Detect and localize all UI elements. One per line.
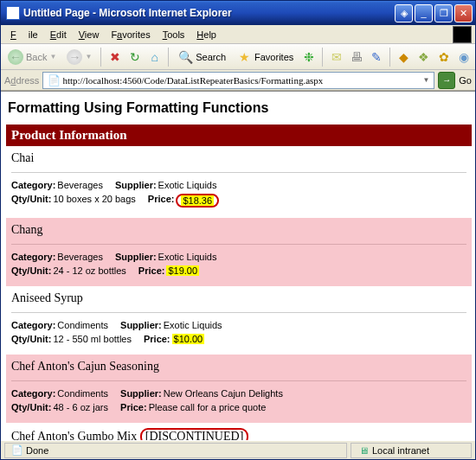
help-button[interactable]: ◈ bbox=[395, 4, 413, 22]
product-name: Aniseed Syrup bbox=[11, 291, 83, 304]
price-value: $19.00 bbox=[166, 265, 199, 276]
titlebar: Untitled Page - Microsoft Internet Explo… bbox=[1, 1, 475, 25]
category-value: Condiments bbox=[57, 388, 108, 399]
chevron-down-icon: ▼ bbox=[49, 53, 56, 61]
discontinued-badge: [DISCONTINUED] bbox=[140, 428, 249, 440]
home-icon[interactable]: ⌂ bbox=[146, 48, 163, 66]
product-name: Chef Anton's Gumbo Mix bbox=[11, 430, 137, 440]
status-text: Done bbox=[26, 445, 48, 456]
price-value: $18.36 bbox=[181, 195, 214, 206]
refresh-icon[interactable]: ↻ bbox=[126, 48, 143, 66]
category-value: Beverages bbox=[57, 252, 103, 262]
supplier-value: Exotic Liquids bbox=[164, 320, 222, 330]
price-label: Price: bbox=[144, 334, 170, 344]
menu-edit[interactable]: Edit bbox=[44, 28, 73, 42]
tool-icon[interactable]: ◉ bbox=[455, 48, 472, 66]
price-value: $19.00 bbox=[166, 265, 199, 276]
zone-text: Local intranet bbox=[372, 445, 429, 456]
edit-icon[interactable]: ✎ bbox=[368, 48, 384, 66]
minimize-button[interactable]: _ bbox=[415, 4, 433, 22]
go-label: Go bbox=[459, 75, 472, 86]
category-label: Category: bbox=[11, 388, 55, 399]
price-value: Please call for a price quote bbox=[149, 402, 267, 412]
back-button: ← Back ▼ bbox=[4, 48, 60, 67]
supplier-value: New Orleans Cajun Delights bbox=[164, 388, 283, 399]
page-icon: 📄 bbox=[45, 72, 62, 89]
category-value: Beverages bbox=[57, 180, 103, 190]
mail-icon[interactable]: ✉ bbox=[328, 48, 344, 66]
category-label: Category: bbox=[11, 320, 55, 330]
window-title: Untitled Page - Microsoft Internet Explo… bbox=[23, 7, 395, 19]
price-value: $10.00 bbox=[172, 334, 205, 344]
menu-help[interactable]: Help bbox=[190, 28, 222, 42]
tool-icon[interactable]: ✿ bbox=[435, 48, 452, 66]
tool-icon[interactable]: ◆ bbox=[396, 48, 412, 66]
toolbar: ← Back ▼ → ▼ ✖ ↻ ⌂ 🔍 Search ★ Favorites … bbox=[1, 44, 475, 70]
statusbar: 📄 Done 🖥 Local intranet bbox=[1, 440, 475, 459]
dropdown-icon[interactable]: ▼ bbox=[420, 76, 432, 84]
zone-pane: 🖥 Local intranet bbox=[351, 443, 472, 458]
price-label: Price: bbox=[138, 265, 165, 276]
page-heading: Formatting Using Formatting Functions bbox=[8, 100, 472, 116]
back-label: Back bbox=[26, 52, 47, 62]
product-item: ChangCategory:BeveragesSupplier:Exotic L… bbox=[6, 218, 472, 286]
menu-view[interactable]: View bbox=[73, 28, 106, 42]
search-icon: 🔍 bbox=[177, 49, 193, 65]
price-label: Price: bbox=[148, 194, 175, 208]
back-icon: ← bbox=[8, 49, 23, 65]
qty-value: 10 boxes x 20 bags bbox=[53, 194, 135, 208]
category-value: Condiments bbox=[57, 320, 108, 330]
stop-icon[interactable]: ✖ bbox=[106, 48, 123, 66]
supplier-value: Exotic Liquids bbox=[158, 180, 217, 190]
address-label: Address bbox=[4, 75, 39, 86]
address-input[interactable] bbox=[62, 75, 420, 86]
content-area[interactable]: Formatting Using Formatting Functions Pr… bbox=[1, 91, 475, 440]
star-icon: ★ bbox=[236, 49, 252, 65]
throbber-icon bbox=[453, 26, 472, 43]
tool-icon[interactable]: ❖ bbox=[415, 48, 432, 66]
supplier-label: Supplier: bbox=[120, 388, 162, 399]
section-header: Product Information bbox=[6, 125, 472, 146]
supplier-label: Supplier: bbox=[115, 252, 157, 262]
page-icon: 📄 bbox=[9, 442, 26, 459]
separator bbox=[168, 48, 169, 67]
separator bbox=[389, 48, 390, 67]
search-button[interactable]: 🔍 Search bbox=[174, 48, 229, 67]
price-highlight-circle: $18.36 bbox=[176, 194, 219, 208]
search-label: Search bbox=[196, 52, 226, 62]
separator bbox=[322, 48, 323, 67]
qty-value: 24 - 12 oz bottles bbox=[53, 265, 125, 276]
history-icon[interactable]: ❉ bbox=[300, 48, 317, 66]
qty-label: Qty/Unit: bbox=[11, 265, 51, 276]
separator bbox=[100, 48, 101, 67]
product-item: Chef Anton's Cajun SeasoningCategory:Con… bbox=[6, 355, 472, 423]
forward-icon: → bbox=[67, 49, 82, 65]
product-name: Chef Anton's Cajun Seasoning bbox=[11, 360, 159, 373]
qty-label: Qty/Unit: bbox=[11, 334, 51, 344]
restore-button[interactable]: ❐ bbox=[434, 4, 453, 22]
product-item: Aniseed SyrupCategory:CondimentsSupplier… bbox=[6, 286, 472, 355]
intranet-icon: 🖥 bbox=[355, 442, 372, 459]
favorites-button[interactable]: ★ Favorites bbox=[233, 48, 297, 67]
close-button[interactable]: ✕ bbox=[454, 4, 473, 22]
forward-button: → ▼ bbox=[63, 48, 95, 67]
product-name: Chang bbox=[11, 223, 43, 236]
menu-file[interactable]: File bbox=[4, 28, 44, 42]
supplier-value: Exotic Liquids bbox=[158, 252, 217, 262]
qty-label: Qty/Unit: bbox=[11, 194, 51, 208]
menu-favorites[interactable]: Favorites bbox=[105, 28, 156, 42]
supplier-label: Supplier: bbox=[120, 320, 162, 330]
print-icon[interactable]: 🖶 bbox=[348, 48, 364, 66]
qty-value: 48 - 6 oz jars bbox=[53, 402, 108, 412]
address-field-wrap[interactable]: 📄 ▼ bbox=[42, 72, 434, 89]
menu-tools[interactable]: Tools bbox=[157, 28, 191, 42]
chevron-down-icon: ▼ bbox=[85, 53, 92, 61]
go-button[interactable]: → bbox=[438, 72, 455, 89]
product-name: Chai bbox=[11, 151, 34, 164]
status-pane: 📄 Done bbox=[4, 443, 347, 458]
ie-icon bbox=[6, 6, 20, 20]
favorites-label: Favorites bbox=[254, 52, 293, 62]
category-label: Category: bbox=[11, 180, 55, 190]
app-window: Untitled Page - Microsoft Internet Explo… bbox=[0, 0, 476, 460]
supplier-label: Supplier: bbox=[115, 180, 157, 190]
